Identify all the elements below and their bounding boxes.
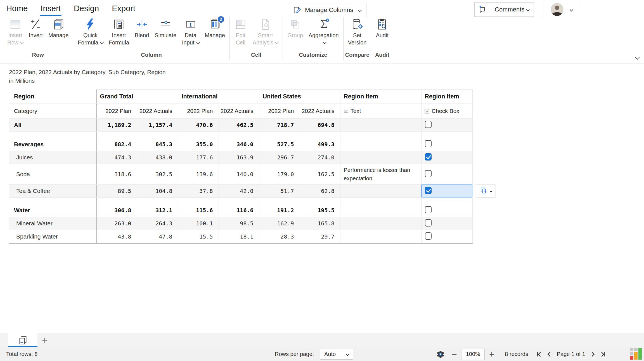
value-cell[interactable]: 1,157.4: [137, 119, 178, 132]
value-cell[interactable]: 355.0: [178, 138, 219, 151]
tab-insert[interactable]: Insert: [41, 4, 61, 13]
region-header[interactable]: Region: [9, 90, 96, 104]
ribbon-button-smart-analysis[interactable]: Smart Analysis: [250, 17, 281, 47]
value-cell[interactable]: 296.7: [259, 151, 300, 164]
value-cell[interactable]: 115.6: [178, 204, 219, 217]
checkbox-cell[interactable]: [421, 138, 472, 151]
ribbon-button-manage[interactable]: 2 Manage: [202, 17, 228, 47]
previous-page-button[interactable]: [546, 351, 553, 358]
gear-icon[interactable]: [436, 350, 445, 359]
checkbox-cell[interactable]: [421, 119, 472, 132]
value-cell[interactable]: 263.0: [96, 217, 137, 230]
text-cell[interactable]: [340, 217, 421, 230]
checkbox[interactable]: [425, 187, 432, 194]
tab-export[interactable]: Export: [112, 4, 135, 13]
united-states-header[interactable]: United States: [259, 90, 340, 104]
value-cell[interactable]: 1,189.2: [96, 119, 137, 132]
value-cell[interactable]: 718.7: [259, 119, 300, 132]
gt-plan-header[interactable]: 2022 Plan: [96, 104, 137, 119]
ribbon-button-set-version[interactable]: Set Version: [345, 17, 370, 47]
row-header-cell[interactable]: Mineral Water: [9, 217, 96, 230]
checkbox[interactable]: [425, 140, 432, 147]
value-cell[interactable]: 462.5: [219, 119, 259, 132]
region-item-text-header[interactable]: Region Item: [340, 90, 421, 104]
text-cell[interactable]: [340, 204, 421, 217]
add-page-button[interactable]: +: [37, 333, 52, 347]
value-cell[interactable]: 470.6: [178, 119, 219, 132]
value-cell[interactable]: 318.6: [96, 164, 137, 185]
checkbox[interactable]: [425, 170, 432, 177]
value-cell[interactable]: 29.7: [300, 230, 340, 243]
checkbox[interactable]: [425, 206, 432, 213]
value-cell[interactable]: 195.5: [300, 204, 340, 217]
checkbox[interactable]: [425, 121, 432, 128]
row-header-cell[interactable]: Sparkling Water: [9, 230, 96, 243]
next-page-button[interactable]: [589, 351, 596, 358]
checkbox-cell[interactable]: [421, 230, 472, 243]
value-cell[interactable]: 179.0: [259, 164, 300, 185]
text-cell[interactable]: [340, 119, 421, 132]
rows-per-page-select[interactable]: Auto: [320, 349, 353, 360]
add-comment-button[interactable]: [475, 3, 490, 16]
checkbox-subheader[interactable]: Check Box: [421, 104, 472, 119]
tab-design[interactable]: Design: [74, 4, 99, 13]
text-subheader[interactable]: Text: [340, 104, 421, 119]
value-cell[interactable]: 18.1: [219, 230, 259, 243]
row-header-cell[interactable]: Water: [9, 204, 96, 217]
intl-plan-header[interactable]: 2022 Plan: [178, 104, 219, 119]
value-cell[interactable]: 474.3: [96, 151, 137, 164]
text-cell[interactable]: [340, 151, 421, 164]
user-menu-button[interactable]: [543, 2, 580, 17]
value-cell[interactable]: 28.3: [259, 230, 300, 243]
value-cell[interactable]: 163.9: [219, 151, 259, 164]
value-cell[interactable]: 162.9: [259, 217, 300, 230]
collapse-ribbon-button[interactable]: [633, 56, 639, 61]
grand-total-header[interactable]: Grand Total: [96, 90, 178, 104]
value-cell[interactable]: 845.3: [137, 138, 178, 151]
row-header-cell[interactable]: Tea & Coffee: [9, 185, 96, 198]
text-cell[interactable]: [340, 185, 421, 198]
ribbon-button-invert[interactable]: Invert: [26, 17, 46, 47]
us-plan-header[interactable]: 2022 Plan: [259, 104, 300, 119]
value-cell[interactable]: 165.8: [300, 217, 340, 230]
ribbon-button-aggregation[interactable]: Aggregation: [306, 17, 342, 47]
value-cell[interactable]: 302.5: [137, 164, 178, 185]
value-cell[interactable]: 62.8: [300, 185, 340, 198]
last-page-button[interactable]: [599, 351, 607, 358]
text-cell[interactable]: [340, 230, 421, 243]
value-cell[interactable]: 438.0: [137, 151, 178, 164]
value-cell[interactable]: 882.4: [96, 138, 137, 151]
region-item-checkbox-header[interactable]: Region Item: [421, 90, 472, 104]
row-header-cell[interactable]: All: [9, 119, 96, 132]
value-cell[interactable]: 42.0: [219, 185, 259, 198]
value-cell[interactable]: 15.5: [178, 230, 219, 243]
ribbon-button-data-input[interactable]: Data Input: [179, 17, 202, 47]
value-cell[interactable]: 51.7: [259, 185, 300, 198]
value-cell[interactable]: 499.3: [300, 138, 340, 151]
gt-actuals-header[interactable]: 2022 Actuals: [137, 104, 178, 119]
value-cell[interactable]: 177.6: [178, 151, 219, 164]
zoom-level[interactable]: 100%: [461, 349, 485, 360]
checkbox-cell[interactable]: [421, 217, 472, 230]
value-cell[interactable]: 43.8: [96, 230, 137, 243]
checkbox[interactable]: [425, 232, 432, 240]
text-cell[interactable]: [340, 138, 421, 151]
manage-columns-button[interactable]: Manage Columns: [287, 3, 366, 17]
row-header-cell[interactable]: Beverages: [9, 138, 96, 151]
value-cell[interactable]: 346.0: [219, 138, 259, 151]
value-cell[interactable]: 100.1: [178, 217, 219, 230]
checkbox[interactable]: [425, 219, 432, 226]
value-cell[interactable]: 104.8: [137, 185, 178, 198]
value-cell[interactable]: 306.8: [96, 204, 137, 217]
value-cell[interactable]: 527.5: [259, 138, 300, 151]
value-cell[interactable]: 139.6: [178, 164, 219, 185]
value-cell[interactable]: 312.1: [137, 204, 178, 217]
value-cell[interactable]: 694.8: [300, 119, 340, 132]
report-page-tab[interactable]: [8, 333, 37, 347]
value-cell[interactable]: 47.8: [137, 230, 178, 243]
tab-home[interactable]: Home: [6, 4, 28, 13]
checkbox-cell[interactable]: [421, 164, 472, 185]
zoom-out-button[interactable]: −: [450, 350, 458, 358]
checkbox-cell[interactable]: [421, 185, 472, 198]
ribbon-button-insert-formula[interactable]: Insert Formula: [106, 17, 132, 47]
